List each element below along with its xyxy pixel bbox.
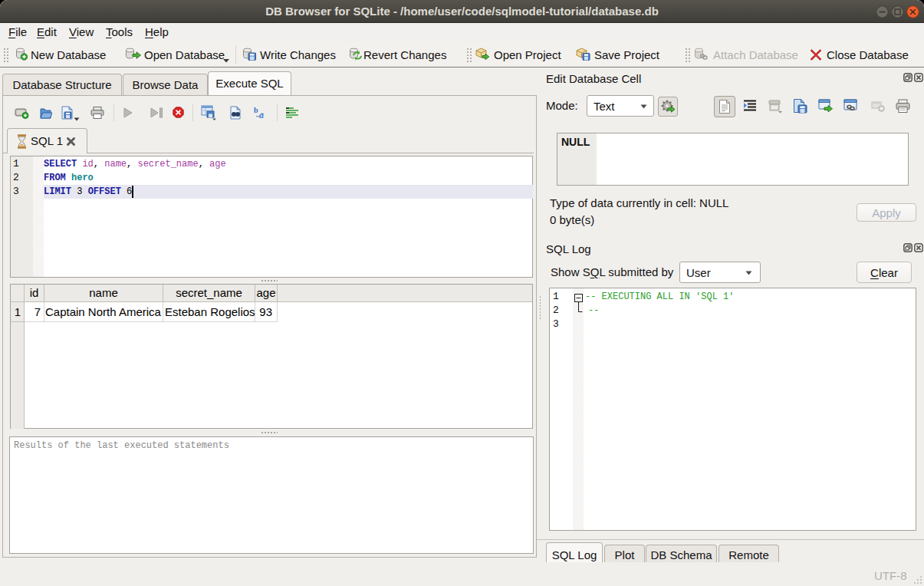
svg-text:b: b: [254, 106, 258, 114]
